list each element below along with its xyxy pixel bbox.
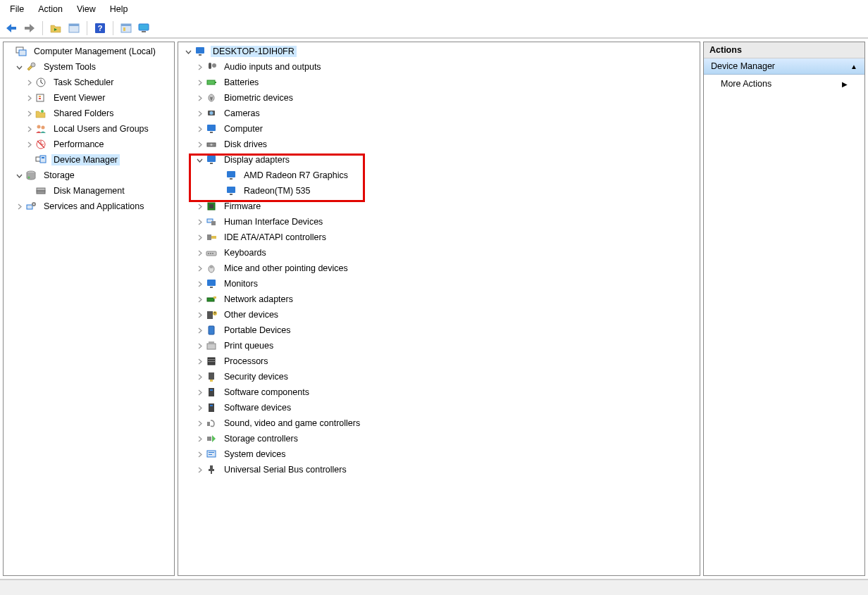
device-category-icon: [205, 263, 218, 274]
tree-task-scheduler[interactable]: Task Scheduler: [4, 75, 173, 90]
device-category[interactable]: Monitors: [179, 276, 699, 292]
device-category-icon: [205, 201, 218, 212]
chevron-right-icon[interactable]: [194, 294, 205, 305]
chevron-right-icon[interactable]: [24, 139, 35, 150]
device-category[interactable]: Cameras: [179, 106, 699, 121]
chevron-right-icon[interactable]: [194, 124, 205, 134]
device-category[interactable]: Software components: [179, 384, 699, 400]
scan-hardware-button[interactable]: [118, 20, 135, 36]
chevron-right-icon[interactable]: [194, 248, 205, 258]
chevron-right-icon[interactable]: [194, 403, 205, 413]
tree-performance[interactable]: Performance: [4, 137, 173, 152]
tree-root-computer-management[interactable]: Computer Management (Local): [4, 44, 173, 59]
chevron-right-icon[interactable]: [194, 418, 205, 429]
device-host[interactable]: DESKTOP-1DIH0FR: [179, 44, 699, 59]
chevron-right-icon[interactable]: [24, 77, 35, 88]
device-category[interactable]: IDE ATA/ATAPI controllers: [179, 230, 699, 245]
chevron-down-icon[interactable]: [14, 170, 25, 181]
device-category[interactable]: Processors: [179, 353, 699, 369]
chevron-down-icon[interactable]: [183, 46, 194, 57]
chevron-right-icon[interactable]: [194, 356, 205, 367]
tree-local-users[interactable]: Local Users and Groups: [4, 121, 173, 137]
device-category[interactable]: Print queues: [179, 338, 699, 353]
chevron-right-icon[interactable]: [14, 201, 25, 212]
chevron-right-icon[interactable]: [194, 217, 205, 227]
device-category[interactable]: Portable Devices: [179, 322, 699, 338]
device-item[interactable]: AMD Radeon R7 Graphics: [179, 168, 699, 183]
chevron-right-icon[interactable]: [194, 77, 205, 88]
help-button[interactable]: ?: [92, 20, 108, 36]
device-category-icon: [205, 294, 218, 305]
chevron-right-icon[interactable]: [194, 232, 205, 243]
actions-section-device-manager[interactable]: Device Manager ▲: [704, 58, 864, 75]
chevron-right-icon[interactable]: [194, 310, 205, 320]
tree-shared-folders[interactable]: Shared Folders: [4, 106, 173, 121]
tree-services-apps[interactable]: Services and Applications: [4, 199, 173, 214]
tree-label: Storage controllers: [222, 433, 300, 444]
tree-label: Print queues: [222, 340, 275, 351]
chevron-right-icon[interactable]: [194, 108, 205, 119]
device-category[interactable]: Network adapters: [179, 292, 699, 307]
tree-device-manager[interactable]: Device Manager: [4, 152, 173, 168]
chevron-right-icon[interactable]: [194, 62, 205, 73]
chevron-right-icon[interactable]: [194, 93, 205, 104]
device-category-icon: [205, 387, 218, 398]
chevron-right-icon[interactable]: [194, 279, 205, 289]
chevron-down-icon[interactable]: [14, 62, 25, 73]
actions-more-actions[interactable]: More Actions ▶: [704, 75, 864, 93]
chevron-down-icon[interactable]: [194, 155, 205, 165]
chevron-right-icon[interactable]: [194, 201, 205, 212]
left-tree-pane[interactable]: Computer Management (Local) System Tools…: [3, 42, 175, 576]
svg-rect-5: [121, 24, 131, 26]
menu-help[interactable]: Help: [103, 1, 135, 17]
tree-disk-management[interactable]: Disk Management: [4, 183, 173, 199]
device-item[interactable]: Radeon(TM) 535: [179, 183, 699, 199]
chevron-right-icon[interactable]: [24, 93, 35, 104]
tree-event-viewer[interactable]: Event Viewer: [4, 90, 173, 106]
menu-action[interactable]: Action: [31, 1, 70, 17]
chevron-right-icon[interactable]: [24, 124, 35, 134]
device-category[interactable]: Universal Serial Bus controllers: [179, 462, 699, 477]
device-category[interactable]: Storage controllers: [179, 431, 699, 446]
svg-point-42: [211, 144, 213, 146]
chevron-right-icon[interactable]: [194, 449, 205, 460]
chevron-right-icon[interactable]: [194, 434, 205, 444]
device-category[interactable]: Computer: [179, 121, 699, 137]
event-viewer-icon: [35, 92, 47, 104]
device-category[interactable]: Keyboards: [179, 245, 699, 261]
tree-storage[interactable]: Storage: [4, 168, 173, 183]
device-category[interactable]: Sound, video and game controllers: [179, 415, 699, 431]
chevron-right-icon[interactable]: [194, 341, 205, 351]
device-category[interactable]: ?Other devices: [179, 307, 699, 322]
nav-forward-button[interactable]: [21, 20, 38, 36]
device-category[interactable]: Biometric devices: [179, 90, 699, 106]
chevron-right-icon[interactable]: [194, 387, 205, 398]
tree-label: Radeon(TM) 535: [242, 185, 313, 196]
chevron-right-icon[interactable]: [194, 465, 205, 475]
svg-rect-68: [209, 326, 214, 334]
nav-back-button[interactable]: [3, 20, 20, 36]
monitor-button[interactable]: [136, 20, 153, 36]
menu-file[interactable]: File: [3, 1, 31, 17]
chevron-right-icon[interactable]: [194, 372, 205, 382]
device-category[interactable]: System devices: [179, 446, 699, 462]
device-category[interactable]: Batteries: [179, 75, 699, 90]
device-category[interactable]: Disk drives: [179, 137, 699, 152]
device-category[interactable]: Human Interface Devices: [179, 214, 699, 230]
toolbar-divider: [42, 21, 43, 35]
device-category[interactable]: Firmware: [179, 199, 699, 214]
device-category[interactable]: Security devices: [179, 369, 699, 384]
chevron-right-icon[interactable]: [194, 263, 205, 274]
device-tree-pane[interactable]: DESKTOP-1DIH0FRAudio inputs and outputsB…: [178, 42, 700, 576]
device-category[interactable]: Software devices: [179, 400, 699, 415]
menu-view[interactable]: View: [70, 1, 103, 17]
tree-system-tools[interactable]: System Tools: [4, 59, 173, 75]
chevron-right-icon[interactable]: [194, 325, 205, 336]
device-category[interactable]: Mice and other pointing devices: [179, 261, 699, 276]
properties-button[interactable]: [66, 20, 82, 36]
show-hide-tree-button[interactable]: [47, 20, 64, 36]
device-category[interactable]: Audio inputs and outputs: [179, 59, 699, 75]
chevron-right-icon[interactable]: [194, 139, 205, 150]
device-category[interactable]: Display adapters: [179, 152, 699, 168]
chevron-right-icon[interactable]: [24, 108, 35, 119]
